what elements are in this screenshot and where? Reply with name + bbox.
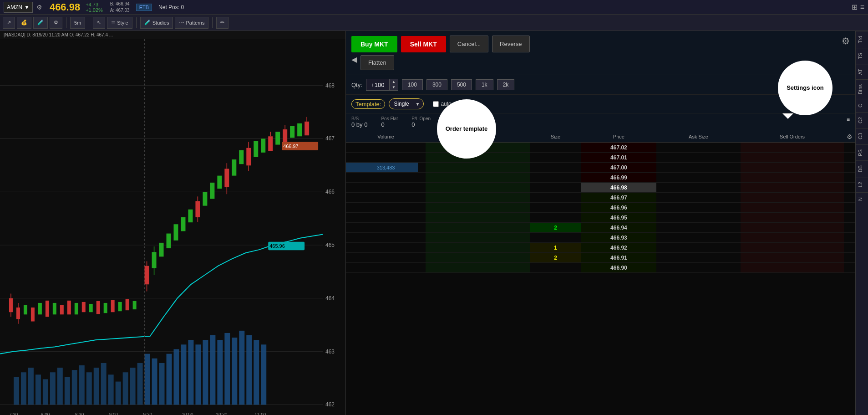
table-row[interactable]: 2466.91 (346, 253, 855, 263)
separator-3 (136, 17, 137, 28)
buy-orders-cell[interactable] (426, 173, 530, 183)
pl-day-value: 0 (444, 121, 460, 128)
buy-orders-cell[interactable] (426, 233, 530, 243)
qty-500-button[interactable]: 500 (451, 79, 472, 90)
dom-header-row: Volume Buy Orders Size Price Ask Size Se… (346, 131, 855, 143)
table-row[interactable]: 466.95 (346, 213, 855, 223)
sell-orders-cell[interactable] (741, 253, 844, 263)
template-select[interactable]: Single OCO Bracket (389, 99, 423, 109)
dom-settings-icon[interactable]: ⚙ (847, 133, 853, 140)
main-price: 466.98 (50, 1, 80, 13)
qty-2k-button[interactable]: 2k (497, 79, 515, 90)
vol-cell (346, 233, 426, 243)
account-button[interactable]: 💰 (17, 17, 31, 29)
buy-orders-cell[interactable] (426, 143, 530, 153)
table-row[interactable]: 467.01 (346, 153, 855, 163)
side-tab-btns[interactable]: Btns (856, 79, 868, 99)
sell-orders-cell[interactable] (741, 223, 844, 233)
dom-settings-col[interactable]: ⚙ (844, 131, 855, 143)
qty-100-button[interactable]: 100 (402, 79, 423, 90)
settings-button[interactable]: ⚙ (50, 17, 62, 29)
pl-day-stat: P/L Day 0 (444, 116, 460, 128)
svg-rect-32 (188, 340, 193, 405)
buy-orders-cell[interactable] (426, 153, 530, 163)
side-tab-c[interactable]: C (856, 99, 868, 112)
buy-orders-cell[interactable] (426, 253, 530, 263)
buy-orders-cell[interactable] (426, 223, 530, 233)
qty-down-button[interactable]: ▼ (390, 85, 398, 90)
buy-orders-cell[interactable] (426, 213, 530, 223)
menu-icon[interactable]: ≡ (860, 3, 864, 11)
table-row[interactable]: 1466.92 (346, 243, 855, 253)
side-tab-ts[interactable]: TS (856, 48, 868, 64)
template-select-wrapper[interactable]: Single OCO Bracket ▼ (389, 98, 424, 109)
interval-button[interactable]: 5m (70, 17, 85, 29)
svg-rect-35 (210, 335, 215, 405)
reverse-button[interactable]: Reverse (492, 36, 529, 52)
sell-orders-cell[interactable] (741, 243, 844, 253)
style-button[interactable]: ≣ Style (107, 17, 132, 29)
dom-table-wrapper[interactable]: Volume Buy Orders Size Price Ask Size Se… (346, 131, 855, 415)
table-row[interactable]: 466.93 (346, 233, 855, 243)
table-row[interactable]: 466.97 (346, 193, 855, 203)
symbol-dropdown[interactable]: AMZN ▼ (4, 2, 33, 13)
table-row[interactable]: 466.96 (346, 203, 855, 213)
side-tab-ps[interactable]: PS (856, 144, 868, 161)
side-tab-n[interactable]: N (856, 192, 868, 205)
svg-text:10:00: 10:00 (182, 412, 193, 415)
sell-orders-cell[interactable] (741, 153, 844, 163)
sell-orders-cell[interactable] (741, 143, 844, 153)
table-row[interactable]: 313,483467.00 (346, 163, 855, 173)
sell-orders-cell[interactable] (741, 263, 844, 273)
side-tab-c2[interactable]: C2 (856, 112, 868, 128)
grid-icon[interactable]: ⊞ (852, 3, 858, 11)
qty-value[interactable]: +100 (366, 80, 389, 90)
table-row[interactable]: 2466.94 (346, 223, 855, 233)
buy-mkt-button[interactable]: Buy MKT (351, 36, 397, 52)
flatten-button[interactable]: Flatten (360, 55, 394, 70)
row-settings-cell (844, 193, 855, 203)
buy-orders-cell[interactable] (426, 163, 530, 173)
sell-orders-cell[interactable] (741, 203, 844, 213)
flask-button[interactable]: 🧪 (33, 17, 48, 29)
share-button[interactable]: ↗ (3, 17, 15, 29)
studies-button[interactable]: 🧪 Studies (140, 17, 173, 29)
side-tab-l2[interactable]: L2 (856, 177, 868, 192)
table-row[interactable]: 467.02 (346, 143, 855, 153)
qty-1k-button[interactable]: 1k (476, 79, 493, 90)
patterns-button[interactable]: 〰 Patterns (175, 17, 208, 29)
qty-up-button[interactable]: ▲ (390, 79, 398, 85)
cursor-button[interactable]: ↖ (93, 17, 105, 29)
buy-orders-cell[interactable] (426, 183, 530, 193)
cancel-button[interactable]: Cancel... (450, 36, 488, 52)
side-tab-db[interactable]: DB (856, 160, 868, 177)
sell-orders-cell[interactable] (741, 233, 844, 243)
buy-orders-cell[interactable] (426, 203, 530, 213)
sell-orders-cell[interactable] (741, 173, 844, 183)
sell-orders-cell[interactable] (741, 183, 844, 193)
side-tab-at[interactable]: AT (856, 64, 868, 79)
style-icon: ≣ (111, 20, 115, 26)
auto-send-checkbox[interactable] (433, 101, 439, 107)
sell-orders-cell[interactable] (741, 163, 844, 173)
buy-orders-cell[interactable] (426, 263, 530, 273)
side-tab-c3[interactable]: C3 (856, 128, 868, 144)
collapse-arrow[interactable]: ◀ (351, 55, 357, 70)
settings-small-icon[interactable]: ⚙ (36, 4, 42, 11)
etb-badge: ETB (136, 4, 152, 11)
size-cell (530, 203, 581, 213)
sell-orders-cell[interactable] (741, 193, 844, 203)
qty-300-button[interactable]: 300 (426, 79, 447, 90)
side-tab-trd[interactable]: Trd (856, 31, 868, 48)
buy-orders-cell[interactable] (426, 243, 530, 253)
sell-mkt-button[interactable]: Sell MKT (401, 36, 446, 52)
table-row[interactable]: 466.90 (346, 263, 855, 273)
settings-gear-icon[interactable]: ⚙ (842, 36, 850, 46)
sell-orders-cell[interactable] (741, 213, 844, 223)
stats-menu-icon[interactable]: ≡ (847, 116, 850, 123)
buy-orders-cell[interactable] (426, 193, 530, 203)
draw-button[interactable]: ✏ (216, 17, 228, 29)
table-row[interactable]: 466.99 (346, 173, 855, 183)
table-row[interactable]: 466.98 (346, 183, 855, 193)
price-cell: 467.01 (581, 153, 656, 163)
